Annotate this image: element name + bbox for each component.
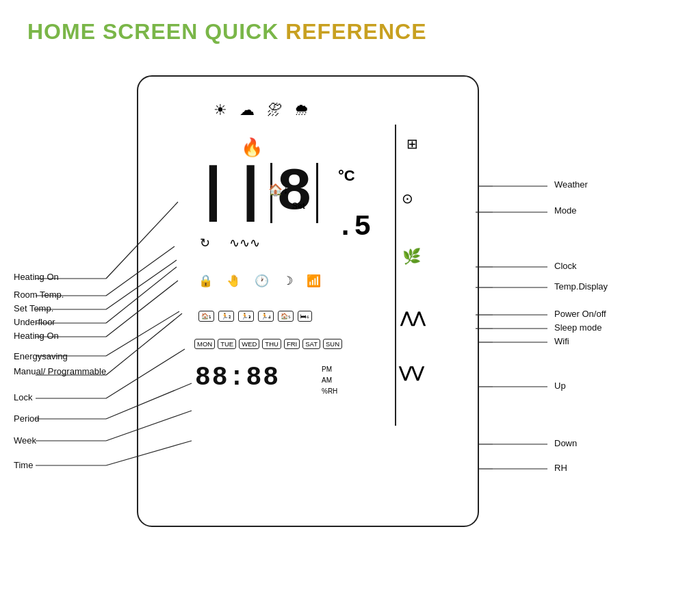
function-icons-row: 🔒 🤚 🕐 ☽ 📶 xyxy=(198,274,321,288)
set-label: Set xyxy=(292,201,305,211)
day-mon: MON xyxy=(194,339,215,349)
moon-icon: ☽ xyxy=(283,274,293,288)
underfloor-icon: 🏠↓ xyxy=(268,183,289,197)
period-4: 🏃₄ xyxy=(258,311,274,322)
label-weather: Weather xyxy=(554,179,588,190)
energy-saving-icon: ↻ xyxy=(200,235,210,251)
day-sun: SUN xyxy=(323,339,342,349)
sun-icon: ☀ xyxy=(214,101,227,119)
label-clock: Clock xyxy=(554,261,577,271)
leaf-icon: 🌿 xyxy=(402,248,421,266)
label-mode: Mode xyxy=(554,205,577,216)
label-rh: RH xyxy=(554,463,567,473)
flame-icon: 🔥 xyxy=(241,137,263,158)
pm-label: PM xyxy=(322,364,337,375)
temperature-display: | | 8 xyxy=(195,163,318,223)
snow-icon: 🌨 xyxy=(294,101,309,119)
energy-manual-icons: ↻ ∿∿∿ xyxy=(200,235,260,251)
lock-icon: 🔒 xyxy=(198,274,213,288)
label-wifi: Wifi xyxy=(554,336,569,346)
label-week: Week xyxy=(14,435,36,446)
time-indicators: PM AM %RH xyxy=(322,364,337,397)
label-heating-on2: Heating On xyxy=(14,331,59,341)
weather-icons-row: ☀ ☁ ⛈ 🌨 xyxy=(214,101,309,119)
clock-icon-right: ⊙ xyxy=(402,190,413,207)
period-icons-row: 🏠₁ 🏃₂ 🏃₃ 🏃₄ 🏠₅ 🛏₆ xyxy=(198,311,312,322)
period-1: 🏠₁ xyxy=(198,311,214,322)
label-set-temp: Set Temp. xyxy=(14,303,53,313)
temp-digit-1: | xyxy=(195,163,231,223)
mode-icon: ⊞ xyxy=(406,136,418,152)
label-down: Down xyxy=(554,438,577,448)
period-5: 🏠₅ xyxy=(278,311,294,322)
page-title: HOME SCREEN QUICK REFERENCE xyxy=(27,19,427,44)
day-wed: WED xyxy=(239,339,259,349)
rain-icon: ⛈ xyxy=(267,101,282,119)
day-sat: SAT xyxy=(302,339,320,349)
temp-decimal: .5 xyxy=(337,211,371,244)
up-chevron-icon: ⋀⋀ xyxy=(400,309,425,327)
label-lock: Lock xyxy=(14,392,32,402)
thermostat-device: ☀ ☁ ⛈ 🌨 🔥 | | 8 °C .5 🏠↓ Set ↻ ∿∿∿ 🔒 🤚 🕐… xyxy=(137,75,479,527)
period-3: 🏃₃ xyxy=(238,311,254,322)
rh-label: %RH xyxy=(322,386,337,397)
day-fri: FRI xyxy=(284,339,300,349)
temp-digit-2: | xyxy=(233,163,269,223)
label-manual-prog: Manual/ Programmable xyxy=(14,365,106,378)
week-days-row: MON TUE WED THU FRI SAT SUN xyxy=(194,339,342,349)
label-energysaving: Energysaving xyxy=(14,351,68,361)
am-label: AM xyxy=(322,375,337,386)
label-period: Period xyxy=(14,413,40,424)
heat-waves-icon: ∿∿∿ xyxy=(229,235,260,251)
wifi-icon: 📶 xyxy=(307,274,321,288)
time-value: 88:88 xyxy=(195,363,280,392)
label-temp-display: Temp.Display xyxy=(554,281,608,292)
hand-heat-icon: 🤚 xyxy=(227,274,241,288)
time-display: 88:88 xyxy=(195,363,280,392)
label-up: Up xyxy=(554,381,566,391)
clock-small-icon: 🕐 xyxy=(255,274,269,288)
vertical-divider xyxy=(395,125,396,426)
day-tue: TUE xyxy=(218,339,236,349)
label-sleep-mode: Sleep mode xyxy=(554,322,602,333)
down-chevron-icon: ⋁⋁ xyxy=(399,364,424,382)
label-underfloor: Underfloor xyxy=(14,317,55,327)
title-part2: REFERENCE xyxy=(279,19,426,44)
label-time: Time xyxy=(14,460,33,470)
period-2: 🏃₂ xyxy=(218,311,234,322)
label-room-temp: Room Temp. xyxy=(14,290,64,300)
label-heating-on: Heating On xyxy=(14,272,59,282)
label-power-onoff: Power On/off xyxy=(554,309,606,319)
period-6: 🛏₆ xyxy=(298,311,312,322)
day-thu: THU xyxy=(262,339,281,349)
cloud-icon: ☁ xyxy=(240,101,255,119)
title-part1: HOME SCREEN QUICK xyxy=(27,19,279,44)
celsius-unit: °C xyxy=(338,167,355,185)
